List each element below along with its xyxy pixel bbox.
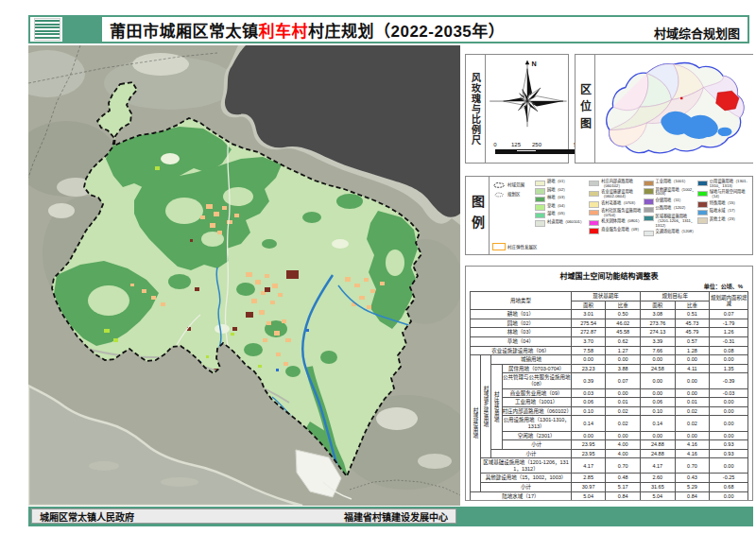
table-cell: 0.02 — [606, 416, 641, 431]
table-cell: 小计 — [502, 440, 571, 450]
table-cell: 30.97 — [571, 483, 606, 492]
legend-item-label: 绿地与开敞空间用地（14） — [710, 190, 751, 199]
legend-item: 农业设施建设用地（0602-0604） — [589, 190, 643, 199]
legend-item-label: 特殊用地（15） — [710, 201, 738, 206]
table-cell: 0.00 — [606, 388, 641, 398]
wind-rose-petals — [504, 69, 563, 122]
table-row: 草地（04）3.700.623.390.57-0.31 — [471, 336, 748, 346]
table-cell: 273.76 — [641, 319, 676, 328]
logo-green-block — [62, 17, 102, 42]
table-header-cell: 比重 — [675, 301, 710, 310]
legend-swatch — [644, 188, 654, 195]
table-cell: 0.06 — [641, 398, 676, 407]
table-cell: 0.00 — [710, 458, 748, 474]
legend-item-label: 村庄弹性发展区 — [507, 244, 538, 250]
table-cell: 0.62 — [606, 336, 641, 346]
table-cell: 0.01 — [606, 398, 641, 407]
table-cell: 0.00 — [710, 491, 748, 501]
logo-icon — [34, 18, 60, 41]
table-header-cell: 面积 — [571, 301, 606, 310]
footer-bar: 城厢区常太镇人民政府 福建省村镇建设发展中心 — [28, 507, 753, 526]
table-row: 空闲地（2301）0.000.000.000.000.00 — [471, 431, 748, 440]
legend-swatch — [589, 191, 599, 198]
legend-swatch — [644, 231, 654, 237]
planning-map[interactable] — [28, 45, 460, 506]
table-cell: 0.39 — [571, 373, 606, 388]
table-cell: 耕地（01） — [471, 310, 572, 319]
table-cell: 区域基础设施用地（1201-1206，1311，1312） — [481, 458, 572, 474]
table-row: 村域建设用地村域城乡建设用地城镇用地0.000.000.000.000.00 — [471, 355, 748, 365]
legend-swatch — [644, 181, 654, 187]
table-cell: 空闲地（2301） — [502, 431, 571, 440]
elastic-zone-symbol — [492, 243, 506, 250]
table-cell: 0.00 — [710, 398, 748, 407]
table-cell: 0.93 — [710, 440, 748, 450]
table-cell: 3.39 — [641, 336, 676, 346]
legend-item: 工业用地（1001） — [644, 180, 697, 186]
table-header-row: 用地类型现状基期年规划目标年规划期内面积增减 — [471, 292, 748, 301]
table-cell: 0.00 — [675, 355, 710, 365]
header-bar: 莆田市城厢区常太镇利车村村庄规划（2022-2035年） 村域综合规划图 — [28, 15, 749, 43]
legend-item-label: 农业设施建设用地（0602-0604） — [601, 190, 643, 199]
legend-boundary-items: 村域范围 规划区 — [492, 180, 534, 198]
table-cell: 2.85 — [571, 474, 606, 483]
table-cell: 0.00 — [641, 355, 676, 365]
table-cell: 0.00 — [675, 373, 710, 388]
legend-swatch — [589, 210, 599, 216]
legend-item-label: 其他土地（23） — [710, 217, 738, 222]
title-village-name: 利车村 — [259, 23, 309, 41]
legend-swatch — [589, 181, 599, 187]
table-cell: 23.95 — [571, 449, 606, 458]
legend-item: 农村宅基地（0703） — [589, 201, 643, 208]
table-row: 小计23.954.0024.884.160.93 — [471, 440, 748, 450]
table-cell: 0.00 — [710, 355, 748, 365]
table-cell: 0.00 — [606, 431, 641, 440]
table-row: 公用设施用地（1301-1310，1313）0.140.020.140.020.… — [471, 416, 748, 431]
legend-swatch — [697, 201, 708, 208]
table-cell: 1.27 — [606, 346, 641, 355]
legend-item: 规划区 — [492, 189, 534, 198]
table-cell: 0.00 — [641, 373, 676, 388]
legend-item: 公路用地（1202） — [644, 206, 697, 213]
scale-tick: 125 — [511, 142, 521, 147]
table-cell: 0.10 — [571, 406, 606, 416]
table-cell: 0.03 — [571, 388, 606, 398]
legend-item: 陆地水域（17） — [697, 209, 751, 215]
legend-item: 农村社区服务设施用地（0704） — [589, 209, 643, 218]
table-cell: 5.29 — [675, 483, 710, 492]
table-cell: 村庄内部道路用地（060102） — [502, 406, 571, 416]
legend-item: 商业服务业用地（09） — [589, 228, 643, 234]
table-cell: -1.79 — [710, 319, 748, 328]
table-unit-note: 单位：公顷、% — [470, 282, 743, 290]
legend-item-label: 村域范围 — [507, 181, 524, 187]
legend-item: 区域基础设施用地（1201-1206、1311、1312） — [644, 215, 697, 228]
table-cell: 3.88 — [606, 364, 641, 373]
legend-item-label: 陆地水域（17） — [710, 209, 738, 214]
table-cell: 村庄建设用地 — [491, 364, 502, 449]
table-row: 小计23.954.0024.884.160.93 — [471, 449, 748, 458]
location-map[interactable] — [595, 55, 753, 163]
sheet-name: 村域综合规划图 — [654, 24, 740, 42]
location-panel-label: 区位图 — [576, 55, 595, 163]
legend-item: 耕地（01） — [535, 180, 589, 186]
table-row: 其他建设用地（15，1002，1003）2.850.482.600.43-0.2… — [471, 474, 748, 483]
table-cell: 园地（02） — [471, 319, 572, 328]
legend-item-label: 农村社区服务设施用地（0704） — [601, 209, 643, 218]
table-cell: 272.87 — [571, 328, 606, 337]
legend-item-label: 商业服务业用地（09） — [601, 228, 641, 233]
legend-item: 其他建设用地（1002、1003） — [644, 188, 697, 198]
table-cell: 1.28 — [675, 346, 710, 355]
table-cell: 0.00 — [606, 355, 641, 365]
table-cell: -0.39 — [710, 373, 748, 388]
table-cell: 小计 — [491, 449, 571, 458]
table-cell: 0.57 — [675, 336, 710, 346]
table-row: 耕地（01）3.010.503.080.510.07 — [471, 310, 748, 319]
table-cell: 0.43 — [675, 474, 710, 483]
table-header-cell: 规划目标年 — [641, 292, 710, 301]
table-cell: 村域建设用地 — [471, 355, 481, 492]
scale-tick: 250 — [532, 142, 541, 147]
table-cell: 24.88 — [641, 440, 676, 450]
table-cell: 公用设施用地（1301-1310，1313） — [502, 416, 571, 431]
page-title: 莆田市城厢区常太镇利车村村庄规划（2022-2035年） — [110, 18, 505, 42]
town-seat-dot — [680, 97, 682, 99]
